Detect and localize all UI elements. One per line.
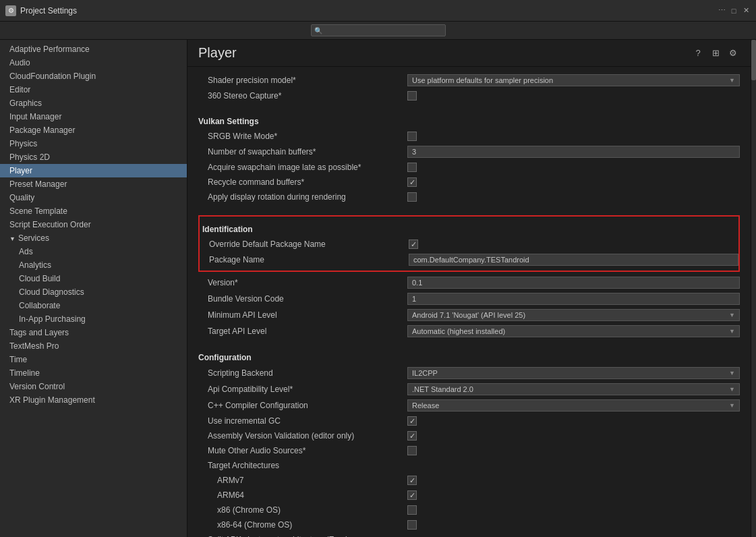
incremental-gc-checkbox[interactable] (407, 416, 417, 426)
scripting-backend-text: IL2CPP (412, 369, 438, 377)
setting-row-scripting-backend: Scripting Backend IL2CPP ▼ (198, 365, 740, 381)
sidebar-item-adaptive-performance[interactable]: Adaptive Performance (0, 43, 187, 56)
scripting-backend-dropdown[interactable]: IL2CPP ▼ (407, 367, 740, 379)
setting-row-package-name: Package Name (200, 252, 738, 268)
cpp-config-arrow: ▼ (729, 402, 735, 409)
version-input[interactable] (407, 277, 740, 289)
setting-row-bundle-version: Bundle Version Code (198, 291, 740, 307)
bundle-version-input[interactable] (407, 293, 740, 305)
restore-button[interactable]: □ (729, 6, 738, 16)
360-stereo-label: 360 Stereo Capture* (198, 91, 407, 101)
sidebar-item-time[interactable]: Time (0, 353, 187, 366)
configuration-section: Configuration Scripting Backend IL2CPP ▼… (187, 342, 751, 537)
sidebar-item-textmesh-pro[interactable]: TextMesh Pro (0, 339, 187, 353)
sidebar-item-preset-manager[interactable]: Preset Manager (0, 177, 187, 191)
app-icon: ⚙ (5, 5, 16, 16)
sidebar-item-package-manager[interactable]: Package Manager (0, 123, 187, 137)
sidebar-item-xr-plugin[interactable]: XR Plugin Management (0, 393, 187, 407)
incremental-gc-value (407, 416, 740, 426)
setting-row-min-api: Minimum API Level Android 7.1 'Nougat' (… (198, 307, 740, 323)
help-button[interactable]: ? (691, 47, 705, 60)
mute-audio-value (407, 446, 740, 455)
sidebar: Adaptive Performance Audio CloudFoundati… (0, 40, 187, 537)
scrollbar[interactable] (751, 40, 756, 537)
sidebar-item-physics[interactable]: Physics (0, 137, 187, 150)
right-section: Player ? ⊞ ⚙ Shader precision model* Use… (187, 40, 751, 537)
package-name-input[interactable] (409, 254, 738, 266)
360-stereo-checkbox[interactable] (407, 91, 417, 101)
acquire-swapchain-checkbox[interactable] (407, 163, 417, 172)
min-api-label: Minimum API Level (198, 310, 407, 320)
configuration-header: Configuration (198, 353, 740, 362)
sidebar-item-editor[interactable]: Editor (0, 83, 187, 96)
sidebar-item-scene-template[interactable]: Scene Template (0, 204, 187, 218)
display-rotation-label: Apply display rotation during rendering (198, 192, 407, 202)
setting-row-api-compat: Api Compatibility Level* .NET Standard 2… (198, 381, 740, 397)
sidebar-item-audio[interactable]: Audio (0, 56, 187, 69)
layout-button[interactable]: ⊞ (709, 47, 722, 60)
override-package-checkbox[interactable] (409, 239, 418, 249)
sidebar-item-ads[interactable]: Ads (0, 245, 187, 258)
sidebar-item-tags-and-layers[interactable]: Tags and Layers (0, 326, 187, 339)
sidebar-item-timeline[interactable]: Timeline (0, 366, 187, 380)
package-name-value (409, 254, 738, 266)
srgb-checkbox[interactable] (407, 132, 417, 141)
360-stereo-value (407, 91, 740, 101)
cpp-config-dropdown[interactable]: Release ▼ (407, 399, 740, 412)
settings-button[interactable]: ⚙ (726, 47, 740, 60)
dropdown-arrow: ▼ (729, 77, 735, 84)
close-button[interactable]: ✕ (741, 6, 751, 16)
version-label: Version* (198, 278, 407, 287)
shader-precision-dropdown[interactable]: Use platform defaults for sampler precis… (407, 74, 740, 86)
sidebar-item-quality[interactable]: Quality (0, 191, 187, 204)
sidebar-item-services[interactable]: ▼Services (0, 231, 187, 245)
sidebar-item-in-app-purchasing[interactable]: In-App Purchasing (0, 312, 187, 326)
identification-section-wrapper: Identification Override Default Package … (187, 207, 751, 342)
cpp-config-value: Release ▼ (407, 399, 740, 412)
setting-row-cpp-config: C++ Compiler Configuration Release ▼ (198, 397, 740, 414)
sidebar-item-version-control[interactable]: Version Control (0, 380, 187, 393)
arm64-checkbox[interactable] (407, 490, 417, 500)
min-api-dropdown[interactable]: Android 7.1 'Nougat' (API level 25) ▼ (407, 309, 740, 321)
search-input[interactable] (311, 24, 446, 36)
min-api-arrow: ▼ (729, 312, 735, 318)
setting-row-recycle-buffers: Recycle command buffers* (198, 175, 740, 190)
content-scroll[interactable]: Shader precision model* Use platform def… (187, 67, 751, 537)
sidebar-item-input-manager[interactable]: Input Manager (0, 110, 187, 123)
sidebar-item-graphics[interactable]: Graphics (0, 96, 187, 110)
sidebar-item-player[interactable]: Player (0, 164, 187, 177)
setting-row-target-api: Target API Level Automatic (highest inst… (198, 323, 740, 339)
swapchain-buffers-input[interactable] (407, 146, 740, 158)
target-api-arrow: ▼ (729, 328, 735, 335)
target-api-dropdown[interactable]: Automatic (highest installed) ▼ (407, 325, 740, 337)
x86-64-checkbox[interactable] (407, 520, 417, 530)
setting-row-arm64: ARM64 (198, 488, 740, 503)
sidebar-item-cloudfoundation[interactable]: CloudFoundation Plugin (0, 69, 187, 83)
api-compat-text: .NET Standard 2.0 (412, 385, 473, 393)
scrollbar-thumb[interactable] (751, 40, 756, 80)
x86-value (407, 505, 740, 515)
acquire-swapchain-label: Acquire swapchain image late as possible… (198, 163, 407, 172)
content-header: Player ? ⊞ ⚙ (187, 40, 751, 67)
arm64-value (407, 490, 740, 500)
api-compat-dropdown[interactable]: .NET Standard 2.0 ▼ (407, 383, 740, 395)
armv7-value (407, 476, 740, 485)
display-rotation-checkbox[interactable] (407, 192, 417, 202)
mute-audio-checkbox[interactable] (407, 446, 417, 455)
page-title: Player (198, 45, 691, 61)
assembly-validation-checkbox[interactable] (407, 431, 417, 441)
services-arrow: ▼ (9, 235, 16, 242)
api-compat-arrow: ▼ (729, 386, 735, 393)
sidebar-item-analytics[interactable]: Analytics (0, 258, 187, 272)
sidebar-item-physics-2d[interactable]: Physics 2D (0, 150, 187, 164)
sidebar-item-script-execution-order[interactable]: Script Execution Order (0, 218, 187, 231)
armv7-checkbox[interactable] (407, 476, 417, 485)
recycle-buffers-checkbox[interactable] (407, 177, 417, 187)
x86-checkbox[interactable] (407, 505, 417, 515)
package-name-label: Package Name (200, 255, 409, 264)
menu-button[interactable]: ⋯ (717, 6, 726, 16)
x86-label: x86 (Chrome OS) (198, 505, 407, 515)
sidebar-item-cloud-diagnostics[interactable]: Cloud Diagnostics (0, 285, 187, 299)
sidebar-item-collaborate[interactable]: Collaborate (0, 299, 187, 312)
sidebar-item-cloud-build[interactable]: Cloud Build (0, 272, 187, 285)
